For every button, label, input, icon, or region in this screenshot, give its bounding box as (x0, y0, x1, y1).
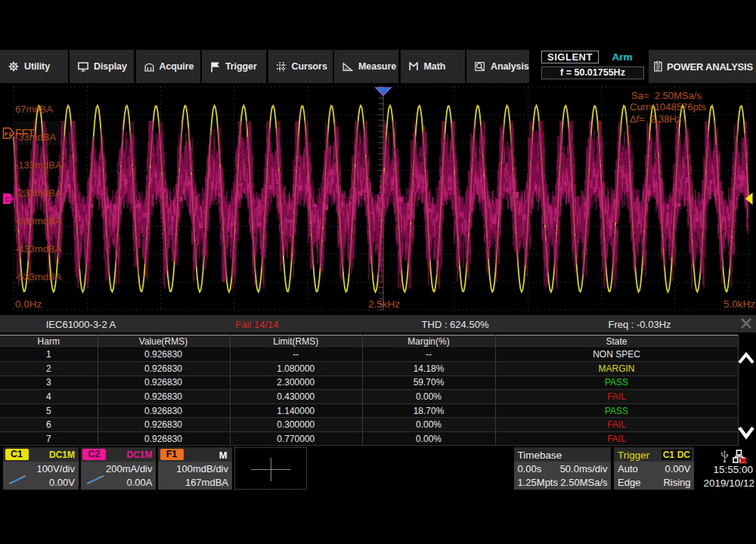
svg-text:-233mdBA: -233mdBA (15, 187, 62, 199)
svg-text:-533mdBA: -533mdBA (15, 271, 62, 283)
svg-text:2.5kHz: 2.5kHz (368, 298, 400, 310)
svg-text:Curr=1048576pts: Curr=1048576pts (630, 101, 706, 113)
svg-text:C2: C2 (5, 196, 14, 203)
svg-text:Sa= 2.50MSa/s: Sa= 2.50MSa/s (631, 90, 702, 101)
svg-text:FFT: FFT (15, 127, 35, 139)
svg-text:0.0Hz: 0.0Hz (15, 298, 42, 310)
svg-text:5.0kHz: 5.0kHz (723, 298, 755, 310)
svg-text:Δf= 2.38Hz: Δf= 2.38Hz (630, 113, 681, 125)
svg-text:67mdBA: 67mdBA (15, 104, 53, 115)
svg-text:-133mdBA: -133mdBA (15, 159, 62, 171)
svg-text:-333mdBA: -333mdBA (15, 215, 62, 227)
svg-text:F1: F1 (5, 131, 12, 138)
svg-text:-433mdBA: -433mdBA (15, 243, 62, 255)
